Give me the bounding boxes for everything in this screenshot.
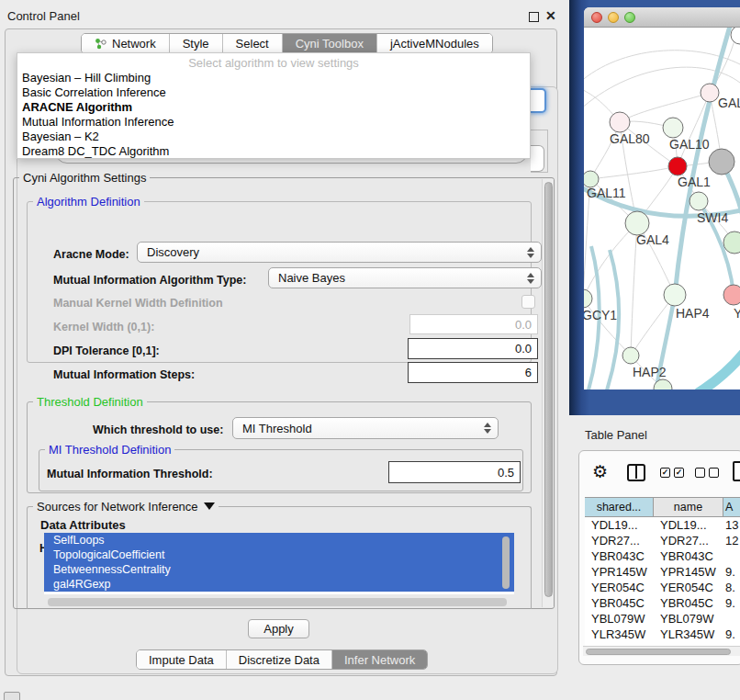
aracne-mode-combobox[interactable]: Discovery	[137, 242, 542, 263]
tab-impute-data[interactable]: Impute Data	[137, 650, 226, 669]
expand-down-icon	[204, 502, 215, 510]
sources-toggle[interactable]: Sources for Network Inference	[33, 500, 219, 514]
dpi-tolerance-field[interactable]: 0.0	[408, 338, 538, 359]
table-row[interactable]: YBR045CYBR045C9.	[585, 595, 740, 611]
table-row[interactable]: YPR145WYPR145W9.	[585, 564, 740, 580]
algorithm-option[interactable]: ARACNE Algorithm	[17, 100, 530, 115]
data-attributes-label: Data Attributes	[40, 518, 126, 532]
tab-network[interactable]: Network	[82, 34, 169, 53]
select-all-icon[interactable]: ✓ ✓	[660, 468, 684, 478]
table-row[interactable]: YBL079WYBL079W	[585, 611, 740, 627]
gear-icon[interactable]: ⚙	[592, 463, 608, 480]
mi-threshold-field[interactable]: 0.5	[388, 461, 521, 483]
bottom-tabs: Impute Data Discretize Data Infer Networ…	[136, 649, 428, 670]
algorithm-definition-group: Algorithm Definition Aracne Mode: Discov…	[27, 201, 532, 363]
window-minimize-icon[interactable]	[608, 12, 619, 23]
column-header-partial[interactable]: A	[723, 498, 740, 516]
algorithm-option[interactable]: Bayesian – K2	[17, 130, 530, 144]
network-canvas[interactable]: GAL80GAL10GAL1GAL11SWI4GAL4GALGCY1HAP4YH…	[584, 28, 740, 390]
network-node-label: Y	[734, 306, 740, 321]
network-node[interactable]	[709, 149, 734, 175]
settings-scrollbar-thumb[interactable]	[544, 182, 553, 597]
table-cell: YBR045C	[585, 596, 654, 610]
settings-scrollbar[interactable]	[542, 179, 554, 607]
table-row[interactable]: YDR27...YDR27...12	[585, 533, 740, 548]
close-icon[interactable]: ✕	[545, 8, 556, 23]
window-zoom-icon[interactable]	[624, 12, 635, 23]
manual-kernel-checkbox[interactable]	[521, 295, 535, 309]
tab-style-label: Style	[183, 37, 209, 51]
algorithm-option[interactable]: Bayesian – Hill Climbing	[17, 71, 530, 85]
mi-type-value: Naive Bayes	[278, 271, 345, 285]
attribute-list-item[interactable]: TopologicalCoefficient	[44, 548, 514, 562]
network-window[interactable]: GAL80GAL10GAL1GAL11SWI4GAL4GALGCY1HAP4YH…	[584, 7, 740, 390]
column-header-shared[interactable]: shared...	[585, 498, 654, 516]
network-node[interactable]	[723, 285, 740, 305]
tab-infer-network[interactable]: Infer Network	[331, 650, 427, 669]
table-row[interactable]: YDL19...YDL19...13	[585, 517, 740, 533]
attributes-vscrollbar-thumb[interactable]	[502, 536, 510, 589]
network-edge	[590, 166, 678, 179]
network-node[interactable]	[690, 192, 708, 210]
network-node[interactable]	[668, 157, 687, 175]
network-node[interactable]	[584, 289, 592, 308]
network-node-label: SWI4	[697, 210, 728, 225]
tab-select-label: Select	[236, 37, 269, 51]
checked-box-icon: ✓	[674, 468, 684, 478]
network-node[interactable]	[723, 231, 740, 254]
network-node[interactable]	[622, 347, 639, 364]
aracne-mode-value: Discovery	[147, 245, 199, 259]
data-attributes-list[interactable]: SelfLoopsTopologicalCoefficientBetweenne…	[44, 533, 514, 594]
checked-box-icon: ✓	[660, 468, 670, 478]
attributes-hscrollbar[interactable]	[48, 598, 507, 606]
table-cell: YDR27...	[585, 534, 654, 548]
tab-style[interactable]: Style	[169, 34, 222, 53]
network-node-label: GAL4	[636, 232, 669, 247]
deselect-all-icon[interactable]	[695, 468, 719, 478]
attribute-list-item[interactable]: BetweennessCentrality	[44, 562, 514, 577]
tab-cyni-toolbox[interactable]: Cyni Toolbox	[282, 34, 376, 53]
which-threshold-combobox[interactable]: MI Threshold	[232, 417, 499, 439]
table-cell: YLR345W	[585, 627, 654, 641]
network-node[interactable]	[731, 28, 740, 44]
columns-icon[interactable]	[627, 464, 645, 481]
algorithm-option[interactable]: Dream8 DC_TDC Algorithm	[17, 144, 530, 159]
sources-group: Sources for Network Inference Data Attri…	[27, 506, 532, 609]
mi-type-combobox[interactable]: Naive Bayes	[268, 267, 542, 288]
network-node-label: HAP4	[676, 306, 710, 321]
float-icon[interactable]	[529, 12, 539, 22]
document-icon[interactable]	[733, 461, 740, 481]
window-close-icon[interactable]	[591, 12, 602, 23]
kernel-width-field[interactable]: 0.0	[409, 314, 538, 334]
network-window-titlebar[interactable]	[584, 7, 740, 28]
mi-threshold-label: Mutual Information Threshold:	[47, 468, 213, 480]
control-panel-tabs: Network Style Select Cyni Toolbox jActiv…	[81, 33, 493, 54]
apply-button[interactable]: Apply	[248, 619, 309, 638]
algorithm-option[interactable]: Mutual Information Inference	[17, 115, 530, 130]
table-cell: YBL079W	[654, 612, 723, 626]
minimized-panel-chip[interactable]	[4, 692, 20, 700]
table-row[interactable]: YLR345WYLR345W9.	[585, 627, 740, 642]
tab-impute-data-label: Impute Data	[149, 653, 214, 667]
table-row[interactable]: YER054CYER054C8.	[585, 580, 740, 595]
network-node[interactable]	[664, 284, 686, 306]
algorithm-option[interactable]: Basic Correlation Inference	[17, 85, 530, 100]
network-node-label: HAP2	[633, 365, 667, 379]
table-cell: 13	[723, 518, 740, 532]
control-panel-titlebar: Control Panel ✕	[0, 0, 562, 18]
network-node[interactable]	[610, 112, 630, 132]
tab-jactivemnodules[interactable]: jActiveMNodules	[376, 34, 492, 53]
attribute-list-item[interactable]: SelfLoops	[44, 533, 514, 548]
attribute-list-item[interactable]: gal4RGexp	[44, 577, 514, 592]
tab-discretize-data[interactable]: Discretize Data	[226, 650, 331, 669]
table-row[interactable]: YBR043CYBR043C	[585, 548, 740, 564]
column-header-name[interactable]: name	[654, 498, 723, 516]
network-node[interactable]	[701, 84, 719, 102]
mi-steps-field[interactable]: 6	[408, 362, 538, 383]
unchecked-box-icon	[709, 468, 719, 478]
network-node[interactable]	[663, 118, 683, 138]
table-hscrollbar-thumb[interactable]	[586, 649, 731, 655]
attributes-vscrollbar[interactable]	[501, 535, 511, 592]
tab-select[interactable]: Select	[222, 34, 282, 53]
table-hscrollbar[interactable]	[583, 646, 740, 656]
